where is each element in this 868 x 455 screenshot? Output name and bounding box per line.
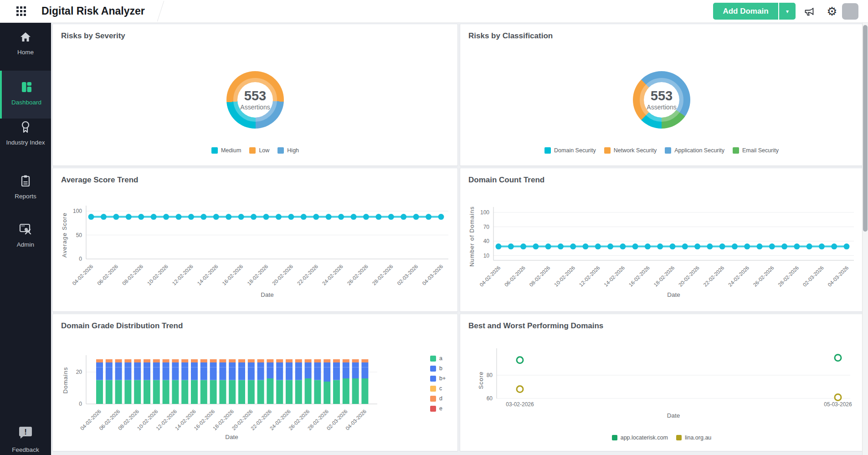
legend-swatch [277, 147, 284, 154]
top-header: Digital Risk Analyzer Add Domain ▾ ⚙ [0, 0, 868, 23]
svg-text:04-03-2026: 04-03-2026 [827, 265, 849, 288]
dashboard-icon [2, 79, 51, 95]
card-risks-by-severity: Risks by Severity 553 Assertions MediumL… [52, 24, 458, 166]
legend-label: Low [259, 147, 269, 154]
svg-text:20: 20 [76, 369, 82, 375]
card-title-classification: Risks by Classification [468, 31, 553, 41]
svg-text:Score: Score [478, 372, 484, 389]
legend-item-high[interactable]: High [277, 147, 299, 154]
user-avatar[interactable] [842, 3, 858, 20]
legend-label: c [439, 385, 442, 392]
svg-text:Date: Date [225, 434, 238, 440]
domain-legend-item-app-locaterisk-com[interactable]: app.locaterisk.com [612, 434, 668, 441]
legend-item-low[interactable]: Low [249, 147, 269, 154]
legend-label: Application Security [674, 147, 724, 154]
svg-text:28-02-2026: 28-02-2026 [371, 264, 394, 286]
legend-swatch [430, 376, 436, 382]
svg-text:0: 0 [79, 256, 82, 262]
svg-text:16-02-2026: 16-02-2026 [628, 265, 651, 288]
app-grid-icon[interactable] [16, 6, 26, 16]
sidebar-item-admin[interactable]: Admin [0, 221, 51, 249]
svg-text:Date: Date [261, 291, 274, 298]
legend-swatch [733, 147, 739, 154]
domains-legend: app.locaterisk.comlina.org.au [460, 434, 863, 441]
legend-item-network-security[interactable]: Network Security [604, 147, 657, 154]
sidebar-item-dashboard[interactable]: Dashboard [0, 71, 51, 119]
grade-legend-item-e[interactable]: e [430, 405, 446, 412]
svg-text:14-02-2026: 14-02-2026 [603, 265, 626, 288]
classification-legend: Domain SecurityNetwork SecurityApplicati… [460, 147, 863, 154]
scrollbar-thumb[interactable] [863, 25, 868, 232]
svg-text:14-02-2026: 14-02-2026 [196, 264, 219, 286]
card-title-severity: Risks by Severity [61, 31, 125, 41]
svg-text:02-03-2026: 02-03-2026 [802, 265, 825, 288]
legend-label: High [287, 147, 299, 154]
sidebar-item-home[interactable]: Home [0, 29, 51, 57]
award-icon [0, 119, 51, 135]
svg-text:08-02-2026: 08-02-2026 [528, 265, 551, 288]
legend-label: Email Security [742, 147, 779, 154]
svg-text:80: 80 [487, 372, 493, 378]
legend-label: b+ [439, 375, 446, 382]
svg-text:20-02-2026: 20-02-2026 [678, 265, 700, 288]
legend-item-medium[interactable]: Medium [211, 147, 241, 154]
grade-legend-item-d[interactable]: d [430, 395, 446, 402]
card-risks-by-classification: Risks by Classification 553 Assertions D… [460, 24, 863, 166]
assertions-count: 553 [244, 89, 266, 103]
svg-text:06-02-2026: 06-02-2026 [503, 265, 526, 288]
add-domain-button[interactable]: Add Domain [713, 3, 778, 20]
admin-tools-icon [0, 221, 51, 238]
legend-item-domain-security[interactable]: Domain Security [544, 147, 596, 154]
scrollbar-track[interactable] [862, 22, 868, 455]
assertions-label: Assertions [647, 103, 676, 111]
legend-label: app.locaterisk.com [621, 434, 668, 441]
svg-text:22-02-2026: 22-02-2026 [702, 265, 725, 288]
svg-text:Domains: Domains [62, 367, 69, 393]
assertions-count: 553 [651, 89, 673, 103]
svg-text:02-03-2026: 02-03-2026 [396, 264, 419, 286]
grade-legend-item-a[interactable]: a [430, 355, 446, 362]
sidebar-item-reports[interactable]: Reports [0, 173, 51, 201]
classification-donut-chart: 553 Assertions [633, 71, 690, 129]
svg-text:03-02-2026: 03-02-2026 [506, 401, 534, 408]
svg-text:16-02-2026: 16-02-2026 [221, 264, 244, 286]
svg-text:10-02-2026: 10-02-2026 [146, 264, 169, 286]
legend-swatch [430, 356, 436, 362]
svg-text:04-02-2026: 04-02-2026 [478, 265, 501, 288]
legend-swatch [604, 147, 611, 154]
svg-text:12-02-2026: 12-02-2026 [171, 264, 194, 286]
svg-text:08-02-2026: 08-02-2026 [121, 264, 144, 286]
svg-text:24-02-2026: 24-02-2026 [727, 265, 750, 288]
average-score-line-chart: 05010004-02-202606-02-202608-02-202610-0… [53, 191, 457, 311]
legend-label: Domain Security [554, 147, 596, 154]
legend-swatch [676, 435, 682, 440]
gear-icon[interactable]: ⚙ [825, 5, 839, 18]
sidebar-item-feedback[interactable]: ! Feedback [0, 422, 51, 454]
svg-text:40: 40 [483, 238, 490, 244]
card-best-worst-domains: Best and Worst Performing Domains 608003… [460, 314, 863, 451]
add-domain-caret-button[interactable]: ▾ [778, 3, 796, 20]
grade-legend-item-c[interactable]: c [430, 385, 446, 392]
megaphone-icon[interactable] [802, 5, 817, 18]
svg-text:28-02-2026: 28-02-2026 [777, 265, 800, 288]
svg-text:100: 100 [73, 208, 82, 214]
svg-text:100: 100 [480, 209, 489, 216]
grade-distribution-bar-chart: 02004-02-202606-02-202608-02-202610-02-2… [53, 337, 457, 451]
sidebar: Home Dashboard Industry Index [0, 22, 51, 455]
svg-text:24-02-2026: 24-02-2026 [321, 264, 344, 286]
legend-swatch [430, 406, 436, 412]
grade-legend-item-b[interactable]: b [430, 365, 446, 372]
feedback-icon: ! [0, 422, 51, 443]
svg-text:!: ! [24, 428, 27, 436]
svg-text:22-02-2026: 22-02-2026 [296, 264, 319, 286]
legend-swatch [544, 147, 551, 154]
grade-legend-item-b-[interactable]: b+ [430, 375, 446, 382]
legend-swatch [211, 147, 218, 154]
legend-item-application-security[interactable]: Application Security [665, 147, 724, 154]
legend-swatch [612, 435, 617, 440]
domain-legend-item-lina-org-au[interactable]: lina.org.au [676, 434, 711, 441]
sidebar-item-industry-index[interactable]: Industry Index [0, 119, 51, 147]
best-worst-scatter-chart: 608003-02-202605-03-2026ScoreDate [460, 337, 863, 451]
grade-legend: abb+cde [430, 355, 446, 415]
legend-item-email-security[interactable]: Email Security [733, 147, 779, 154]
